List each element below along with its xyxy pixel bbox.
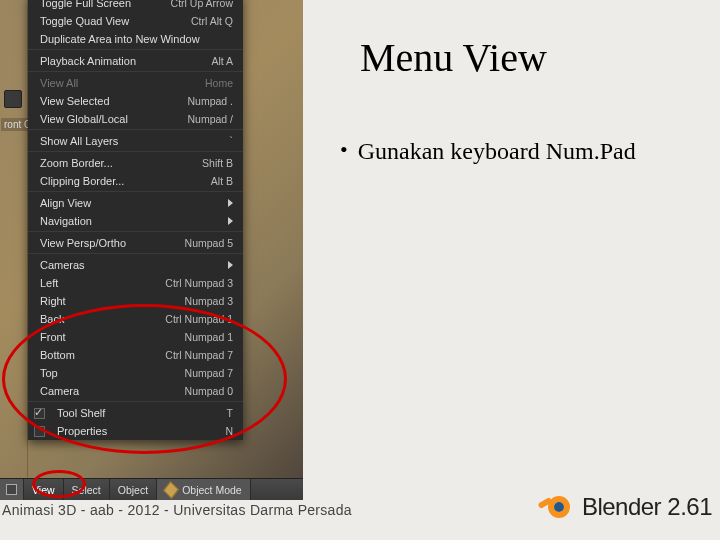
menu-item[interactable]: Duplicate Area into New Window (28, 30, 243, 50)
menu-item-shortcut: Numpad 7 (185, 367, 233, 379)
menu-item-label: Properties (57, 425, 107, 437)
view-menu-dropdown: Toggle Full ScreenCtrl Up ArrowToggle Qu… (28, 0, 243, 440)
menu-item-label: Left (40, 277, 58, 289)
bullet-list: • Gunakan keyboard Num.Pad (340, 136, 690, 166)
menu-item-label: Camera (40, 385, 79, 397)
menu-item-shortcut: Alt A (211, 55, 233, 67)
menu-item-checkbox[interactable]: PropertiesN (28, 422, 243, 440)
menu-item-label: Navigation (40, 215, 92, 227)
editor-type-icon[interactable] (0, 479, 24, 500)
menu-item[interactable]: TopNumpad 7 (28, 364, 243, 382)
blender-logo: Blender 2.61 (544, 492, 712, 522)
menu-item-checkbox[interactable]: Tool ShelfT (28, 404, 243, 422)
chevron-right-icon (228, 217, 233, 225)
menu-item[interactable]: BackCtrl Numpad 1 (28, 310, 243, 328)
menu-item-shortcut: Shift B (202, 157, 233, 169)
checkbox-icon (34, 408, 45, 419)
checkbox-icon (34, 426, 45, 437)
menu-item[interactable]: Toggle Quad ViewCtrl Alt Q (28, 12, 243, 30)
menu-item-label: Duplicate Area into New Window (40, 33, 200, 45)
menu-item-label: View Persp/Ortho (40, 237, 126, 249)
mode-selector[interactable]: Object Mode (157, 479, 251, 500)
menu-item-label: View All (40, 77, 78, 89)
menu-item-label: Clipping Border... (40, 175, 124, 187)
menu-item-shortcut: Ctrl Numpad 1 (165, 313, 233, 325)
blender-logo-text: Blender 2.61 (582, 493, 712, 521)
slide: ront O Toggle Full ScreenCtrl Up ArrowTo… (0, 0, 720, 540)
menu-item-shortcut: Ctrl Numpad 3 (165, 277, 233, 289)
menu-item-shortcut: Alt B (211, 175, 233, 187)
menu-item-shortcut: Home (205, 77, 233, 89)
menu-item-shortcut: Numpad 1 (185, 331, 233, 343)
header-menu-view[interactable]: View (24, 479, 64, 500)
bullet-item: • Gunakan keyboard Num.Pad (340, 136, 690, 166)
menu-item[interactable]: BottomCtrl Numpad 7 (28, 346, 243, 364)
blender-logo-icon (544, 492, 574, 522)
menu-item-label: Toggle Quad View (40, 15, 129, 27)
chevron-right-icon (228, 199, 233, 207)
menu-item-label: Playback Animation (40, 55, 136, 67)
menu-item-label: Top (40, 367, 58, 379)
menu-item-shortcut: Numpad / (187, 113, 233, 125)
header-menu-select[interactable]: Select (64, 479, 110, 500)
menu-item-label: Tool Shelf (57, 407, 105, 419)
menu-item-label: Back (40, 313, 64, 325)
menu-item[interactable]: Navigation (28, 212, 243, 232)
menu-item-shortcut: Numpad 5 (185, 237, 233, 249)
slide-title: Menu View (360, 34, 547, 81)
object-mode-icon (163, 480, 179, 498)
viewport-left-strip (0, 0, 28, 478)
menu-item-shortcut: Numpad 3 (185, 295, 233, 307)
menu-item-shortcut: Numpad . (187, 95, 233, 107)
menu-item-shortcut: Ctrl Up Arrow (171, 0, 233, 9)
menu-item[interactable]: CameraNumpad 0 (28, 382, 243, 402)
menu-item-shortcut: ` (230, 135, 234, 147)
toolbar-button[interactable] (4, 90, 22, 108)
menu-item-label: View Selected (40, 95, 110, 107)
menu-item-label: Right (40, 295, 66, 307)
menu-item-label: Toggle Full Screen (40, 0, 131, 9)
menu-item-shortcut: Ctrl Alt Q (191, 15, 233, 27)
menu-item[interactable]: View Persp/OrthoNumpad 5 (28, 234, 243, 254)
menu-item[interactable]: Playback AnimationAlt A (28, 52, 243, 72)
bullet-text: Gunakan keyboard Num.Pad (358, 136, 636, 166)
menu-item[interactable]: LeftCtrl Numpad 3 (28, 274, 243, 292)
menu-item[interactable]: View SelectedNumpad . (28, 92, 243, 110)
chevron-right-icon (228, 261, 233, 269)
menu-item[interactable]: Cameras (28, 256, 243, 274)
menu-item[interactable]: Zoom Border...Shift B (28, 154, 243, 172)
viewport-header: View Select Object Object Mode (0, 478, 303, 500)
menu-item-label: Front (40, 331, 66, 343)
menu-item-shortcut: Ctrl Numpad 7 (165, 349, 233, 361)
menu-item[interactable]: Align View (28, 194, 243, 212)
menu-item-shortcut: N (225, 425, 233, 437)
menu-item-shortcut: T (227, 407, 233, 419)
screenshot-blender-ui: ront O Toggle Full ScreenCtrl Up ArrowTo… (0, 0, 303, 500)
menu-item-label: Show All Layers (40, 135, 118, 147)
menu-item[interactable]: View AllHome (28, 74, 243, 92)
mode-label: Object Mode (182, 484, 242, 496)
menu-item[interactable]: Toggle Full ScreenCtrl Up Arrow (28, 0, 243, 12)
bullet-marker: • (340, 136, 348, 164)
header-menu-object[interactable]: Object (110, 479, 157, 500)
menu-item[interactable]: Show All Layers` (28, 132, 243, 152)
menu-item-label: View Global/Local (40, 113, 128, 125)
footer-credit: Animasi 3D - aab - 2012 - Universitas Da… (2, 502, 352, 518)
menu-item[interactable]: FrontNumpad 1 (28, 328, 243, 346)
menu-item[interactable]: RightNumpad 3 (28, 292, 243, 310)
menu-item[interactable]: Clipping Border...Alt B (28, 172, 243, 192)
menu-item-label: Cameras (40, 259, 85, 271)
menu-item-shortcut: Numpad 0 (185, 385, 233, 397)
menu-item[interactable]: View Global/LocalNumpad / (28, 110, 243, 130)
menu-item-label: Align View (40, 197, 91, 209)
menu-item-label: Bottom (40, 349, 75, 361)
menu-item-label: Zoom Border... (40, 157, 113, 169)
